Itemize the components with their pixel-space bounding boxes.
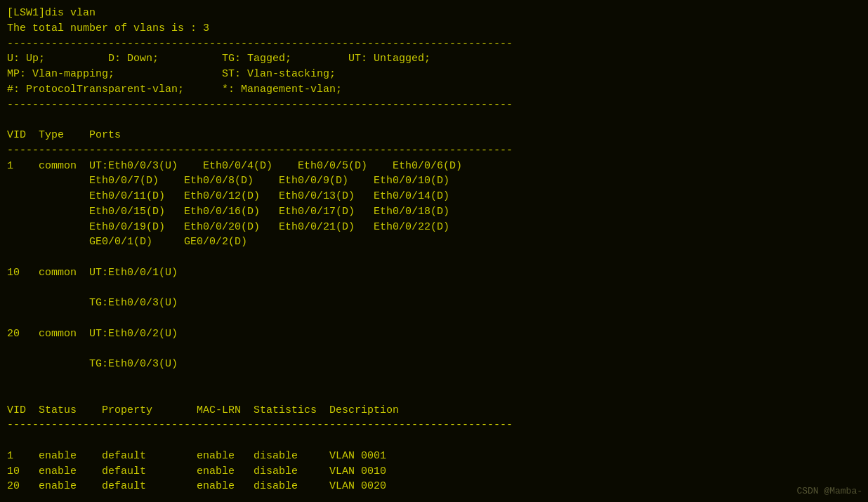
watermark: CSDN @Mamba-	[796, 486, 862, 496]
terminal-output: [LSW1]dis vlan The total number of vlans…	[7, 6, 861, 496]
